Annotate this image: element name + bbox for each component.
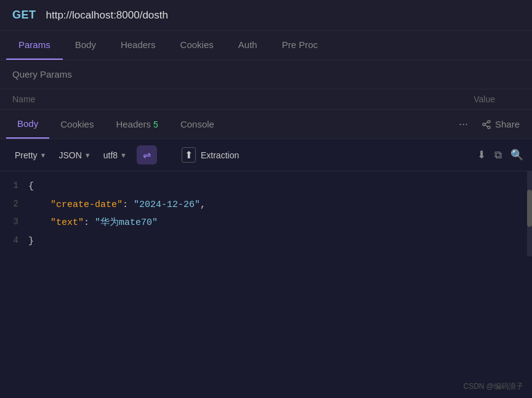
- code-line-2: 2 "create-date" : "2024-12-26" ,: [0, 196, 532, 214]
- val-create-date: "2024-12-26": [134, 197, 200, 213]
- pretty-chevron: ▼: [40, 152, 47, 159]
- json-chevron: ▼: [84, 152, 91, 159]
- copy-button[interactable]: ⧉: [494, 149, 502, 161]
- name-column-header: Name: [12, 94, 254, 104]
- tab-headers-top[interactable]: Headers: [108, 31, 168, 60]
- comma-2: ,: [200, 197, 206, 213]
- query-params-section: Query Params: [0, 60, 532, 89]
- code-line-1: 1 {: [0, 177, 532, 196]
- line-number-2: 2: [0, 197, 28, 212]
- colon-3: :: [84, 215, 95, 231]
- svg-line-4: [485, 122, 488, 124]
- svg-point-0: [488, 120, 490, 123]
- utf8-button[interactable]: utf8 ▼: [97, 148, 133, 163]
- share-icon: [482, 120, 491, 129]
- line-number-3: 3: [0, 215, 28, 230]
- top-tab-bar: Params Body Headers Cookies Auth Pre Pro…: [0, 31, 532, 60]
- toolbar-right-actions: ⬇ ⧉ 🔍: [477, 148, 523, 161]
- tab-cookies-top[interactable]: Cookies: [168, 31, 226, 60]
- svg-point-1: [483, 123, 485, 126]
- svg-line-3: [485, 125, 488, 127]
- scrollbar-thumb[interactable]: [527, 190, 532, 227]
- more-options-button[interactable]: ···: [451, 118, 475, 131]
- search-button[interactable]: 🔍: [510, 148, 523, 161]
- wrap-button[interactable]: ⇌: [137, 145, 157, 164]
- tab-console[interactable]: Console: [169, 110, 225, 138]
- format-toolbar: Pretty ▼ JSON ▼ utf8 ▼ ⇌ ⬆ Extraction ⬇ …: [0, 139, 532, 171]
- extraction-button[interactable]: ⬆ Extraction: [182, 147, 239, 163]
- code-line-4: 4 }: [0, 232, 532, 251]
- val-text: "华为mate70": [95, 215, 158, 231]
- pretty-button[interactable]: Pretty ▼: [9, 148, 52, 163]
- request-url[interactable]: http://localhost:8000/dosth: [46, 9, 168, 22]
- code-indent-3: [28, 215, 50, 231]
- watermark: CSDN @编码浪子: [463, 381, 523, 392]
- svg-point-2: [488, 126, 490, 128]
- line-number-1: 1: [0, 179, 28, 193]
- tab-pre-proc[interactable]: Pre Proc: [270, 31, 330, 60]
- tab-auth[interactable]: Auth: [226, 31, 270, 60]
- url-bar: GET http://localhost:8000/dosth: [0, 0, 532, 31]
- wrap-icon: ⇌: [143, 150, 151, 160]
- key-create-date: "create-date": [50, 197, 123, 213]
- param-header-row: Name Value: [0, 89, 532, 110]
- code-brace-open: {: [28, 179, 34, 195]
- bottom-tab-bar: Body Cookies Headers5 Console ··· Share: [0, 110, 532, 139]
- line-number-4: 4: [0, 234, 28, 248]
- http-method: GET: [12, 9, 36, 22]
- share-label: Share: [495, 119, 520, 129]
- code-indent-2: [28, 197, 50, 213]
- tab-headers-bottom[interactable]: Headers5: [105, 110, 169, 138]
- code-brace-close: }: [28, 234, 34, 250]
- query-params-label: Query Params: [12, 69, 72, 79]
- json-button[interactable]: JSON ▼: [52, 148, 97, 163]
- download-button[interactable]: ⬇: [477, 148, 486, 161]
- key-text: "text": [50, 215, 84, 231]
- extraction-icon: ⬆: [182, 147, 196, 163]
- utf8-chevron: ▼: [120, 152, 127, 159]
- code-line-3: 3 "text" : "华为mate70": [0, 214, 532, 232]
- tab-cookies-bottom[interactable]: Cookies: [49, 110, 105, 138]
- tab-body-bottom[interactable]: Body: [6, 110, 49, 139]
- tab-params[interactable]: Params: [6, 31, 63, 60]
- colon-2: :: [123, 197, 134, 213]
- share-button[interactable]: Share: [475, 119, 526, 129]
- response-code-area: 1 { 2 "create-date" : "2024-12-26" , 3 "…: [0, 171, 532, 256]
- headers-count-badge: 5: [153, 120, 158, 129]
- value-column-header: Value: [254, 94, 520, 104]
- scrollbar-track[interactable]: [527, 171, 532, 256]
- tab-body-top[interactable]: Body: [63, 31, 108, 60]
